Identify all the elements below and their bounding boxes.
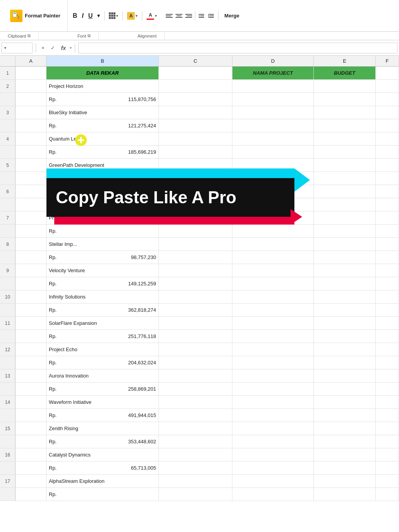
- cell-d17b[interactable]: [232, 488, 314, 501]
- cell-f17b[interactable]: [376, 488, 399, 501]
- cell-f8a[interactable]: [376, 238, 399, 251]
- cell-e11a[interactable]: [314, 317, 376, 329]
- cell-a14b[interactable]: [15, 409, 46, 422]
- cell-e16a[interactable]: [314, 448, 376, 461]
- cell-e12b[interactable]: [314, 356, 376, 369]
- cell-f9b[interactable]: [376, 277, 399, 290]
- cell-c10a[interactable]: [159, 290, 232, 303]
- cell-b2b[interactable]: Rp. 115,870,756: [46, 93, 159, 106]
- cell-b17b[interactable]: Rp.: [46, 488, 159, 501]
- cell-d3a[interactable]: [232, 106, 314, 119]
- cell-a3a[interactable]: [15, 106, 46, 119]
- cell-a7b[interactable]: [15, 225, 46, 237]
- cell-e2b[interactable]: [314, 93, 376, 106]
- cell-d16b[interactable]: [232, 462, 314, 474]
- cell-f3b[interactable]: [376, 119, 399, 132]
- cell-f3a[interactable]: [376, 106, 399, 119]
- cell-a4a[interactable]: [15, 132, 46, 145]
- cell-e7a[interactable]: [314, 211, 376, 224]
- cell-e13b[interactable]: [314, 383, 376, 395]
- cell-e16b[interactable]: [314, 462, 376, 474]
- cell-d13b[interactable]: [232, 383, 314, 395]
- cell-b10a[interactable]: Infinity Solutions: [46, 290, 159, 303]
- cell-a17b[interactable]: [15, 488, 46, 501]
- cell-b11b[interactable]: Rp. 251,776,118: [46, 330, 159, 343]
- cell-c9b[interactable]: [159, 277, 232, 290]
- format-painter-button[interactable]: Format Painter: [7, 8, 64, 24]
- cell-d4b[interactable]: [232, 146, 314, 158]
- cell-c2a[interactable]: [159, 80, 232, 93]
- cell-c11a[interactable]: [159, 317, 232, 329]
- cell-b3a[interactable]: BlueSky Initiative: [46, 106, 159, 119]
- merge-button[interactable]: Merge: [221, 12, 242, 19]
- cell-e3b[interactable]: [314, 119, 376, 132]
- cell-d9b[interactable]: [232, 277, 314, 290]
- underline-button[interactable]: U: [86, 12, 95, 20]
- cell-b8b[interactable]: Rp. 98,757,230: [46, 251, 159, 264]
- cell-a11b[interactable]: [15, 330, 46, 343]
- cell-f17a[interactable]: [376, 475, 399, 487]
- cell-d2b[interactable]: [232, 93, 314, 106]
- cell-d9a[interactable]: [232, 264, 314, 277]
- cancel-formula-button[interactable]: ×: [39, 44, 47, 51]
- cell-c8a[interactable]: [159, 238, 232, 251]
- cell-a13a[interactable]: [15, 369, 46, 382]
- cell-f7b[interactable]: [376, 225, 399, 237]
- cell-e8a[interactable]: [314, 238, 376, 251]
- cell-a1[interactable]: [15, 67, 46, 79]
- cell-b16a[interactable]: Catalyst Dynamics: [46, 448, 159, 461]
- cell-f14b[interactable]: [376, 409, 399, 422]
- fx-button[interactable]: fx: [59, 44, 68, 52]
- cell-b3b[interactable]: Rp. 121,275,424: [46, 119, 159, 132]
- cell-d11a[interactable]: [232, 317, 314, 329]
- indent-decrease-button[interactable]: [197, 12, 206, 20]
- cell-c10b[interactable]: [159, 304, 232, 316]
- name-box-arrow[interactable]: ▾: [4, 46, 6, 50]
- cell-e15b[interactable]: [314, 435, 376, 448]
- cell-b13a[interactable]: Aurora Innovation: [46, 369, 159, 382]
- cell-c13b[interactable]: [159, 383, 232, 395]
- cell-a6b[interactable]: [15, 198, 46, 211]
- formula-input[interactable]: [78, 43, 397, 53]
- cell-d10b[interactable]: [232, 304, 314, 316]
- cell-d12a[interactable]: [232, 343, 314, 356]
- underline-arrow[interactable]: ▾: [95, 12, 102, 19]
- cell-e9b[interactable]: [314, 277, 376, 290]
- cell-d13a[interactable]: [232, 369, 314, 382]
- cell-d17a[interactable]: [232, 475, 314, 487]
- cell-f12b[interactable]: [376, 356, 399, 369]
- cell-c8b[interactable]: [159, 251, 232, 264]
- cell-f1[interactable]: [376, 67, 399, 79]
- cell-a13b[interactable]: [15, 383, 46, 395]
- cell-f2a[interactable]: [376, 80, 399, 93]
- cell-a5b[interactable]: [15, 172, 46, 185]
- cell-b15b[interactable]: Rp. 353,448,602: [46, 435, 159, 448]
- cell-f16a[interactable]: [376, 448, 399, 461]
- cell-b15a[interactable]: Zenith Rising: [46, 422, 159, 435]
- align-center-button[interactable]: [175, 12, 183, 20]
- cell-f4a[interactable]: [376, 132, 399, 145]
- cell-f14a[interactable]: [376, 396, 399, 408]
- cell-e17a[interactable]: [314, 475, 376, 487]
- cell-a8a[interactable]: [15, 238, 46, 251]
- cell-d8a[interactable]: [232, 238, 314, 251]
- cell-e5b[interactable]: [314, 172, 376, 185]
- cell-d10a[interactable]: [232, 290, 314, 303]
- cell-f2b[interactable]: [376, 93, 399, 106]
- cell-c17a[interactable]: [159, 475, 232, 487]
- cell-e7b[interactable]: [314, 225, 376, 237]
- cell-b7b[interactable]: Rp.: [46, 225, 159, 237]
- cell-c16b[interactable]: [159, 462, 232, 474]
- cell-e13a[interactable]: [314, 369, 376, 382]
- cell-c14b[interactable]: [159, 409, 232, 422]
- cell-b16b[interactable]: Rp. 65,713,005: [46, 462, 159, 474]
- cell-f13b[interactable]: [376, 383, 399, 395]
- cell-a16a[interactable]: [15, 448, 46, 461]
- cell-e12a[interactable]: [314, 343, 376, 356]
- cell-a5a[interactable]: [15, 159, 46, 172]
- cell-d1[interactable]: NAMA PROJECT: [232, 67, 314, 79]
- cell-b2a[interactable]: Project Horizon: [46, 80, 159, 93]
- align-right-button[interactable]: [184, 12, 193, 20]
- cell-f5a[interactable]: [376, 159, 399, 172]
- cell-c17b[interactable]: [159, 488, 232, 501]
